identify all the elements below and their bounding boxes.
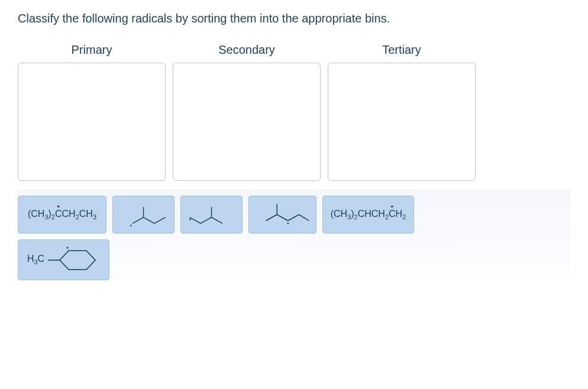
svg-line-2	[144, 217, 154, 223]
radical-item-4[interactable]	[248, 196, 316, 234]
svg-line-1	[133, 217, 143, 223]
skeletal-structure-3	[187, 202, 236, 228]
radical-formula-1: (CH3)2CCH2CH3	[28, 209, 96, 221]
bin-label-primary: Primary	[72, 43, 112, 57]
svg-line-11	[266, 215, 277, 221]
svg-point-18	[67, 247, 69, 249]
txt: CH	[79, 209, 93, 219]
radical-item-5[interactable]: (CH3)2CHCH2CH2	[322, 196, 414, 234]
bin-label-secondary: Secondary	[218, 43, 275, 57]
svg-line-12	[277, 215, 288, 221]
radical-carbon: C	[389, 209, 396, 219]
txt: C	[38, 254, 45, 264]
txt: (CH	[28, 209, 44, 219]
radical-item-1[interactable]: (CH3)2CCH2CH3	[18, 196, 106, 234]
draggable-items-area: (CH3)2CCH2CH3	[18, 190, 570, 292]
svg-point-15	[287, 223, 289, 225]
radical-item-6[interactable]: H3C	[18, 239, 109, 280]
bin-column-secondary: Secondary	[173, 43, 321, 181]
items-row-2: H3C	[18, 239, 570, 280]
radical-formula-5: (CH3)2CHCH2CH2	[331, 209, 406, 221]
cyclohexyl-structure	[47, 244, 100, 276]
bin-label-tertiary: Tertiary	[382, 43, 421, 57]
svg-line-8	[190, 217, 201, 223]
bin-tertiary[interactable]	[328, 63, 476, 181]
txt: CHCH	[358, 209, 385, 219]
skeletal-structure-4	[255, 200, 310, 229]
bin-column-tertiary: Tertiary	[328, 43, 476, 181]
svg-line-6	[201, 217, 211, 223]
question-text: Classify the following radicals by sorti…	[18, 12, 570, 25]
txt: H	[27, 254, 34, 264]
svg-line-13	[288, 215, 299, 221]
txt: (CH	[331, 209, 347, 219]
svg-point-4	[130, 225, 132, 226]
radical-item-3[interactable]	[180, 196, 243, 234]
svg-line-7	[212, 217, 222, 223]
sub: 3	[93, 213, 96, 221]
bin-column-primary: Primary	[18, 43, 166, 181]
bins-container: Primary Secondary Tertiary	[18, 43, 570, 181]
svg-line-14	[299, 215, 309, 221]
skeletal-structure-2	[119, 202, 168, 228]
sub: 2	[402, 213, 406, 221]
radical-carbon: C	[55, 209, 62, 219]
svg-line-3	[154, 217, 165, 223]
bin-primary[interactable]	[18, 63, 166, 181]
radical-item-2[interactable]	[112, 196, 175, 234]
svg-point-9	[189, 219, 191, 221]
txt: H	[396, 209, 403, 219]
bin-secondary[interactable]	[173, 63, 321, 181]
txt: CH	[62, 209, 76, 219]
svg-marker-17	[60, 251, 95, 270]
h3c-label: H3C	[27, 254, 44, 265]
items-row-1: (CH3)2CCH2CH3	[18, 196, 570, 234]
